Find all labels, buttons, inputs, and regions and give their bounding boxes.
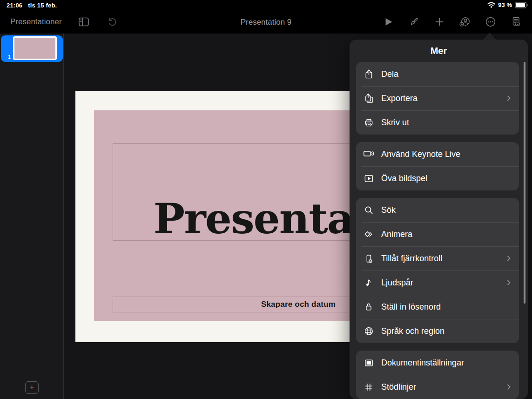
menu-item-guides[interactable]: Stödlinjer	[356, 375, 519, 399]
rehearse-slideshow-icon	[363, 173, 375, 184]
menu-item-print[interactable]: Skriv ut	[356, 110, 519, 135]
status-time-date: 21:06 tis 15 feb.	[7, 2, 57, 9]
slide-thumbnail-selected[interactable]: 1	[1, 35, 63, 62]
collaborate-button[interactable]	[459, 16, 471, 28]
battery-icon	[515, 2, 528, 8]
status-indicators: 93 %	[487, 1, 528, 8]
animate-icon	[363, 229, 375, 240]
collaborate-icon	[459, 16, 471, 28]
printer-icon	[363, 117, 375, 128]
menu-group-share: Dela Exportera	[356, 62, 519, 135]
more-ellipsis-icon	[485, 16, 497, 28]
status-bar: 21:06 tis 15 feb. 93 %	[0, 0, 532, 11]
play-button[interactable]	[382, 16, 394, 28]
battery-percent: 93 %	[498, 1, 512, 8]
language-region-icon	[363, 325, 375, 337]
slide-thumbnail[interactable]	[13, 36, 57, 60]
format-button[interactable]	[408, 16, 420, 28]
document-settings-icon	[363, 357, 375, 368]
search-icon	[363, 204, 375, 216]
slide-number: 1	[8, 54, 11, 60]
menu-item-keynote-live[interactable]: Använd Keynote Live	[356, 142, 519, 166]
popover-title: Mer	[350, 40, 528, 62]
wifi-icon	[487, 2, 495, 8]
play-icon	[382, 16, 394, 28]
slide-subtitle-text: Skapare och datum	[261, 300, 336, 309]
menu-item-soundtrack[interactable]: Ljudspår	[356, 271, 519, 295]
menu-item-rehearse[interactable]: Öva bildspel	[356, 166, 519, 190]
status-time: 21:06	[7, 2, 22, 9]
menu-item-document-settings[interactable]: Dokumentinställningar	[356, 351, 519, 375]
chevron-right-icon	[505, 383, 512, 391]
toolbar: Presentationer Presentation 9	[0, 11, 532, 34]
more-menu-popover: Mer Dela	[350, 40, 528, 399]
chevron-right-icon	[505, 95, 512, 102]
menu-item-export[interactable]: Exportera	[356, 86, 519, 110]
add-slide-button[interactable]: +	[25, 381, 39, 394]
keynote-live-icon	[363, 149, 375, 160]
popover-arrow	[483, 33, 496, 40]
toolbar-right-actions	[382, 16, 522, 28]
chevron-right-icon	[505, 255, 512, 262]
slide-navigator: 1 +	[0, 34, 64, 399]
menu-item-animate[interactable]: Animera	[356, 222, 519, 246]
paintbrush-icon	[408, 16, 420, 28]
chevron-right-icon	[505, 279, 512, 286]
guides-icon	[363, 381, 375, 392]
password-lock-icon	[363, 301, 375, 312]
popover-scrollbar[interactable]	[524, 62, 525, 304]
menu-group-presenting: Använd Keynote Live Öva bildspel	[356, 142, 519, 190]
plus-icon	[433, 16, 445, 28]
export-icon	[363, 93, 375, 104]
keynote-ipad-screen: 21:06 tis 15 feb. 93 % Presen	[0, 0, 532, 399]
insert-button[interactable]	[433, 16, 445, 28]
status-date: tis 15 feb.	[28, 2, 57, 9]
menu-item-language-region[interactable]: Språk och region	[356, 319, 519, 343]
more-button[interactable]	[485, 16, 497, 28]
menu-group-tools: Sök Animera Tillåt fjärr	[356, 198, 519, 343]
menu-item-set-password[interactable]: Ställ in lösenord	[356, 295, 519, 319]
menu-item-search[interactable]: Sök	[356, 198, 519, 222]
slide-thumbnail-preview	[14, 38, 55, 59]
presenter-notes-button[interactable]	[510, 16, 522, 28]
share-icon	[363, 68, 375, 80]
menu-item-share[interactable]: Dela	[356, 62, 519, 86]
menu-group-document: Dokumentinställningar Stödlinjer	[356, 351, 519, 399]
notes-view-icon	[510, 16, 522, 28]
remote-control-icon	[363, 253, 375, 264]
soundtrack-icon	[363, 277, 375, 288]
menu-item-allow-remote[interactable]: Tillåt fjärrkontroll	[356, 246, 519, 271]
